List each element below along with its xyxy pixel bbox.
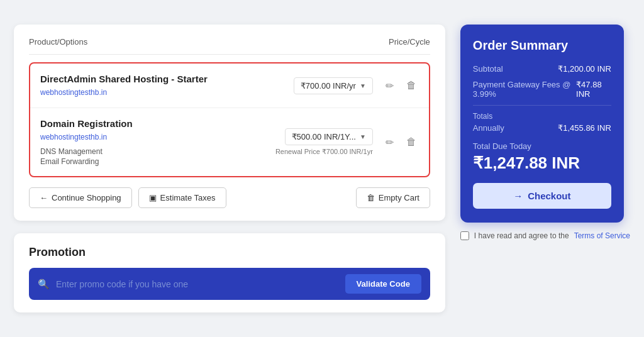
dropdown-arrow-domain: ▼ (360, 133, 366, 140)
annually-label: Annually (473, 123, 504, 133)
estimate-taxes-label: Estimate Taxes (160, 193, 216, 202)
summary-subtotal-row: Subtotal ₹1,200.00 INR (473, 64, 611, 74)
annually-value: ₹1,455.86 INR (558, 123, 611, 133)
item-domain-domain[interactable]: webhostingtesthb.in (40, 133, 107, 141)
order-summary-card: Order Summary Subtotal ₹1,200.00 INR Pay… (460, 25, 624, 223)
item-info-domain: Domain Registration webhostingtesthb.in … (40, 118, 265, 166)
validate-code-button[interactable]: Validate Code (345, 274, 421, 294)
cart-footer: ← Continue Shopping ▣ Estimate Taxes 🗑 E… (29, 187, 430, 208)
tos-text: I have read and agree to the (474, 231, 569, 240)
item-actions-domain: ✏ 🗑 (383, 134, 419, 151)
tos-link[interactable]: Terms of Service (574, 231, 630, 240)
back-arrow-icon: ← (40, 193, 48, 202)
cart-item-hosting: DirectAdmin Shared Hosting - Starter web… (30, 64, 429, 108)
edit-icon-hosting[interactable]: ✏ (383, 77, 396, 94)
validate-code-label: Validate Code (357, 279, 410, 289)
empty-cart-label: Empty Cart (379, 193, 419, 202)
hosting-price-value: ₹700.00 INR/yr (301, 81, 356, 91)
promo-code-input[interactable] (56, 279, 339, 289)
renewal-price-domain: Renewal Price ₹700.00 INR/1yr (275, 148, 373, 156)
cart-header: Product/Options Price/Cycle (29, 37, 430, 55)
estimate-taxes-button[interactable]: ▣ Estimate Taxes (138, 187, 226, 208)
summary-annually-row: Annually ₹1,455.86 INR (473, 123, 611, 133)
item-domain-hosting[interactable]: webhostingtesthb.in (40, 88, 107, 97)
feature-email: Email Forwarding (40, 157, 265, 166)
footer-left-buttons: ← Continue Shopping ▣ Estimate Taxes (29, 187, 226, 208)
trash-icon-cart: 🗑 (367, 193, 375, 202)
price-dropdown-domain[interactable]: ₹500.00 INR/1Y... ▼ (285, 128, 373, 145)
item-name-domain: Domain Registration (40, 118, 265, 129)
promo-title: Promotion (29, 246, 430, 259)
continue-shopping-button[interactable]: ← Continue Shopping (29, 187, 132, 208)
item-name-hosting: DirectAdmin Shared Hosting - Starter (40, 74, 284, 84)
summary-divider (473, 105, 611, 106)
edit-icon-domain[interactable]: ✏ (383, 134, 396, 151)
tos-row: I have read and agree to the Terms of Se… (460, 231, 630, 240)
tos-checkbox[interactable] (460, 231, 469, 240)
due-label: Total Due Today (473, 141, 611, 151)
gateway-label: Payment Gateway Fees @ 3.99% (473, 80, 576, 99)
cart-card: Product/Options Price/Cycle DirectAdmin … (14, 25, 445, 221)
gateway-value: ₹47.88 INR (576, 80, 611, 99)
cart-items-wrapper: DirectAdmin Shared Hosting - Starter web… (29, 62, 430, 177)
checkout-arrow-icon: → (513, 191, 523, 201)
summary-gateway-row: Payment Gateway Fees @ 3.99% ₹47.88 INR (473, 80, 611, 99)
page-container: Product/Options Price/Cycle DirectAdmin … (14, 25, 630, 312)
price-dropdown-hosting[interactable]: ₹700.00 INR/yr ▼ (294, 77, 373, 94)
promo-section: Promotion 🔍 Validate Code (14, 233, 445, 312)
item-price-domain: ₹500.00 INR/1Y... ▼ Renewal Price ₹700.0… (275, 128, 373, 156)
promo-search-icon: 🔍 (38, 279, 50, 290)
tv-icon: ▣ (149, 193, 157, 202)
due-amount: ₹1,247.88 INR (473, 153, 611, 173)
subtotal-value: ₹1,200.00 INR (558, 64, 611, 74)
totals-label: Totals (473, 112, 611, 121)
empty-cart-button[interactable]: 🗑 Empty Cart (356, 187, 430, 208)
col-price-cycle: Price/Cycle (389, 37, 430, 47)
dropdown-arrow-hosting: ▼ (360, 82, 366, 89)
main-content: Product/Options Price/Cycle DirectAdmin … (14, 25, 445, 312)
item-price-hosting: ₹700.00 INR/yr ▼ (294, 77, 373, 94)
checkout-label: Checkout (528, 191, 570, 201)
feature-dns: DNS Management (40, 147, 265, 156)
promo-input-row: 🔍 Validate Code (29, 268, 430, 300)
continue-shopping-label: Continue Shopping (52, 193, 121, 202)
domain-price-value: ₹500.00 INR/1Y... (292, 132, 356, 141)
cart-item-domain: Domain Registration webhostingtesthb.in … (30, 108, 429, 176)
sidebar-wrapper: Order Summary Subtotal ₹1,200.00 INR Pay… (460, 25, 630, 240)
item-actions-hosting: ✏ 🗑 (383, 77, 419, 94)
checkout-button[interactable]: → Checkout (473, 183, 611, 209)
trash-icon-domain[interactable]: 🗑 (404, 134, 419, 150)
col-product-options: Product/Options (29, 37, 87, 47)
item-info-hosting: DirectAdmin Shared Hosting - Starter web… (40, 74, 284, 97)
trash-icon-hosting[interactable]: 🗑 (404, 77, 419, 94)
summary-title: Order Summary (473, 38, 611, 53)
item-features-domain: DNS Management Email Forwarding (40, 147, 265, 166)
subtotal-label: Subtotal (473, 64, 503, 74)
